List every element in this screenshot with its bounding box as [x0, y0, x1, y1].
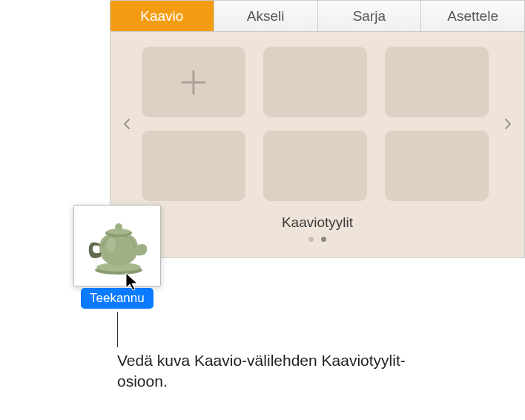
tab-chart[interactable]: Kaavio	[110, 1, 214, 31]
callout-text: Vedä kuva Kaavio-välilehden Kaaviotyylit…	[117, 350, 429, 393]
styles-next-button[interactable]	[499, 118, 517, 130]
page-indicator	[118, 237, 517, 246]
svg-point-7	[107, 237, 116, 252]
plus-icon	[177, 66, 210, 99]
chart-styles-section: Kaaviotyylit	[110, 32, 524, 257]
style-tile[interactable]	[385, 131, 489, 201]
style-tile[interactable]	[263, 47, 367, 117]
add-style-tile[interactable]	[142, 47, 245, 117]
tab-series[interactable]: Sarja	[318, 1, 422, 31]
style-tile[interactable]	[263, 131, 367, 201]
page-dot-1[interactable]	[308, 237, 314, 242]
inspector-panel: Kaavio Akseli Sarja Asettele	[110, 0, 525, 258]
drag-preview[interactable]: Teekannu	[73, 205, 161, 286]
chart-styles-grid	[136, 47, 499, 201]
styles-prev-button[interactable]	[118, 118, 136, 130]
tab-axis[interactable]: Akseli	[214, 1, 318, 31]
drag-filename-badge: Teekannu	[81, 288, 153, 309]
drag-thumbnail	[73, 205, 161, 286]
page-dot-2[interactable]	[321, 237, 326, 242]
chart-styles-label: Kaaviotyylit	[118, 214, 517, 231]
callout-line	[117, 312, 118, 347]
tab-bar: Kaavio Akseli Sarja Asettele	[110, 1, 524, 32]
svg-point-6	[115, 223, 122, 231]
teapot-icon	[80, 212, 154, 279]
style-tile[interactable]	[385, 47, 489, 117]
style-tile[interactable]	[142, 131, 245, 201]
tab-arrange[interactable]: Asettele	[421, 1, 524, 31]
